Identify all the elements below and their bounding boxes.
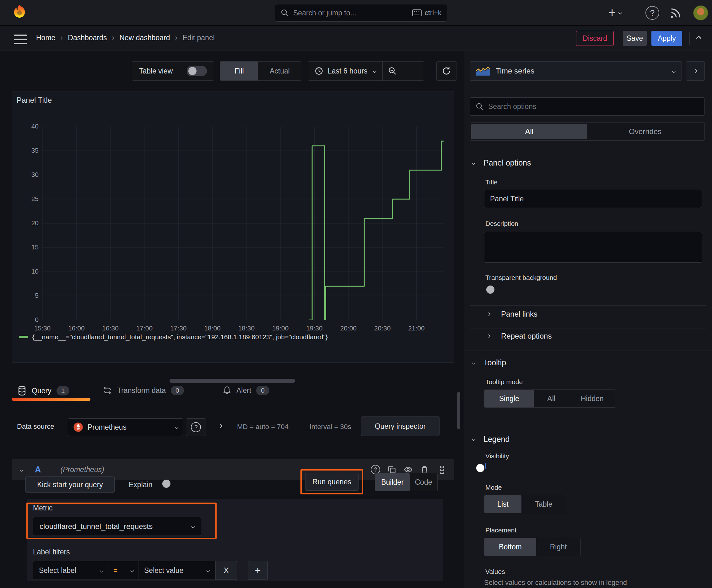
section-legend[interactable]: Legend: [483, 435, 510, 444]
discard-button[interactable]: Discard: [576, 31, 614, 46]
section-repeat-options[interactable]: Repeat options: [501, 332, 552, 340]
y-tick-label: 25: [12, 195, 39, 203]
tab-transform[interactable]: Transform data 0: [103, 386, 184, 395]
user-avatar[interactable]: [693, 5, 708, 20]
query-builder-body: Metric cloudflared_tunnel_total_requests…: [27, 499, 443, 581]
panel-resize-handle[interactable]: [170, 379, 295, 383]
grafana-logo[interactable]: [11, 4, 28, 22]
time-range-label: Last 6 hours: [328, 67, 368, 76]
divider: [470, 305, 706, 306]
query-inspector-button[interactable]: Query inspector: [361, 417, 439, 436]
select-value-dropdown[interactable]: Select value: [138, 561, 216, 580]
legend-series-label: {__name__="cloudflared_tunnel_total_requ…: [33, 333, 328, 341]
select-label-dropdown[interactable]: Select label: [33, 561, 109, 580]
hide-query-icon[interactable]: [400, 465, 416, 474]
data-source-help-button[interactable]: ?: [186, 418, 206, 436]
tooltip-mode-single[interactable]: Single: [484, 390, 534, 407]
panel-title[interactable]: Panel Title: [17, 96, 52, 105]
legend-mode-table[interactable]: Table: [521, 495, 566, 513]
plus-icon: +: [608, 6, 616, 19]
table-view-toggle[interactable]: [187, 66, 207, 76]
divider: [470, 329, 706, 329]
builder-option[interactable]: Builder: [375, 474, 410, 491]
grafana-edit-panel-page: ctrl+k + ? Home › Dashboards › New dashb…: [0, 0, 712, 588]
actual-option[interactable]: Actual: [258, 62, 301, 80]
chevron-down-icon: [206, 569, 210, 573]
breadcrumb-home[interactable]: Home: [36, 34, 55, 42]
y-tick-label: 5: [12, 292, 39, 299]
tooltip-mode-hidden[interactable]: Hidden: [569, 390, 616, 407]
visualization-picker[interactable]: Time series: [470, 61, 682, 81]
metric-select[interactable]: cloudflared_tunnel_total_requests: [33, 517, 201, 536]
tab-overrides[interactable]: Overrides: [587, 124, 704, 139]
transparent-background-toggle[interactable]: [485, 284, 486, 290]
code-option[interactable]: Code: [410, 474, 437, 491]
x-tick-label: 20:30: [365, 324, 400, 332]
legend-mode-switch: List Table: [484, 495, 566, 513]
duplicate-query-icon[interactable]: [384, 465, 400, 474]
section-tooltip[interactable]: Tooltip: [483, 358, 506, 367]
breadcrumb-dashboards[interactable]: Dashboards: [68, 34, 107, 42]
legend-placement-right[interactable]: Right: [536, 538, 580, 555]
refresh-button[interactable]: [436, 61, 456, 81]
section-panel-options[interactable]: Panel options: [483, 158, 531, 167]
interval-text: Interval = 30s: [309, 423, 351, 431]
operator-value: =: [113, 566, 131, 575]
save-button[interactable]: Save: [623, 31, 647, 46]
top-bar: ctrl+k + ?: [0, 0, 712, 26]
add-filter-button[interactable]: +: [248, 561, 268, 580]
menu-icon[interactable]: [14, 35, 27, 44]
delete-query-icon[interactable]: [416, 465, 433, 474]
explain-toggle[interactable]: [161, 478, 161, 484]
chevron-right-icon: [693, 69, 697, 73]
table-view-label: Table view: [139, 67, 173, 76]
legend-placement-bottom[interactable]: Bottom: [484, 538, 536, 555]
select-label-placeholder: Select label: [39, 566, 100, 575]
panel-title-input[interactable]: [484, 190, 702, 208]
data-source-label: Data source: [17, 422, 54, 430]
panel-preview: Panel Title 0510152025303540 15:3016:001…: [12, 91, 454, 363]
breadcrumb-current: Edit panel: [183, 34, 215, 42]
news-rss-icon[interactable]: [669, 7, 682, 19]
options-search[interactable]: [470, 97, 705, 115]
y-tick-label: 40: [12, 123, 39, 130]
y-tick-label: 30: [12, 171, 39, 178]
chart-legend[interactable]: {__name__="cloudflared_tunnel_total_requ…: [19, 333, 328, 341]
breadcrumb-new-dashboard[interactable]: New dashboard: [119, 34, 170, 42]
tooltip-mode-switch: Single All Hidden: [484, 390, 616, 408]
timeseries-chart[interactable]: [42, 127, 444, 320]
run-queries-button[interactable]: Run queries: [305, 473, 359, 491]
collapse-options-icon[interactable]: [696, 36, 702, 41]
operator-dropdown[interactable]: =: [109, 561, 138, 580]
help-icon[interactable]: ?: [645, 6, 659, 20]
description-textarea[interactable]: [484, 232, 702, 262]
global-search[interactable]: ctrl+k: [275, 4, 447, 22]
kick-start-query-button[interactable]: Kick start your query: [25, 477, 114, 493]
data-source-picker[interactable]: Prometheus: [68, 418, 184, 436]
tooltip-mode-all[interactable]: All: [534, 390, 568, 407]
fill-option[interactable]: Fill: [220, 62, 258, 80]
x-tick-label: 19:30: [297, 324, 331, 332]
tab-alert[interactable]: Alert 0: [222, 386, 269, 395]
time-range-button[interactable]: Last 6 hours: [308, 62, 382, 80]
remove-filter-button[interactable]: X: [216, 561, 237, 580]
legend-mode-list[interactable]: List: [484, 495, 521, 513]
collapse-pane-button[interactable]: [686, 61, 705, 81]
options-search-input[interactable]: [488, 102, 699, 111]
section-panel-links[interactable]: Panel links: [501, 310, 537, 318]
search-input[interactable]: [293, 9, 408, 17]
apply-button[interactable]: Apply: [651, 31, 682, 46]
tab-alert-count: 0: [256, 386, 269, 395]
tab-query[interactable]: Query 1: [17, 386, 69, 396]
new-dropdown-button[interactable]: +: [608, 6, 622, 19]
zoom-out-button[interactable]: [383, 62, 402, 80]
search-shortcut: ctrl+k: [412, 9, 441, 17]
query-options-expand-icon[interactable]: [218, 424, 222, 428]
tab-all[interactable]: All: [471, 124, 587, 139]
legend-visibility-toggle[interactable]: [486, 463, 486, 469]
active-tab-underline: [12, 398, 90, 401]
scrollbar-thumb[interactable]: [457, 392, 460, 429]
drag-query-handle[interactable]: [433, 465, 451, 474]
collapse-query-icon[interactable]: [19, 468, 24, 472]
refresh-icon: [442, 66, 451, 76]
